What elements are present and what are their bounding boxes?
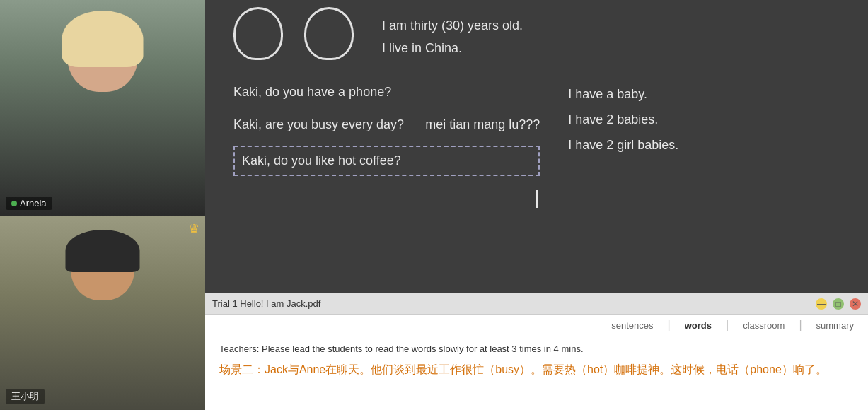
bottom-video-name: 王小明 xyxy=(6,389,45,404)
head-shape-2 xyxy=(304,7,354,60)
pdf-title: Trial 1 Hello! I am Jack.pdf xyxy=(212,298,320,309)
minimize-button[interactable]: — xyxy=(816,298,827,310)
pdf-controls[interactable]: — □ ✕ xyxy=(816,298,861,310)
nav-classroom[interactable]: classroom xyxy=(743,320,785,331)
questions-left: Kaki, do you have a phone? Kaki, are you… xyxy=(233,81,540,176)
question-1: Kaki, do you have a phone? xyxy=(233,81,540,103)
crown-icon: ♛ xyxy=(188,221,199,237)
close-button[interactable]: ✕ xyxy=(850,298,861,310)
person-top-visual xyxy=(0,0,205,216)
instruction-underline-words: words xyxy=(412,344,436,354)
answer-1: I have a baby. xyxy=(568,81,678,107)
pdf-body: Teachers: Please lead the students to re… xyxy=(205,336,868,386)
head-shapes xyxy=(233,7,354,60)
chinese-aside-text: mei tian mang lu??? xyxy=(425,114,540,136)
head-shape-1 xyxy=(233,7,283,60)
person-bottom-visual xyxy=(0,216,205,410)
maximize-button[interactable]: □ xyxy=(833,298,844,310)
answer-2: I have 2 babies. xyxy=(568,107,678,132)
pdf-nav-bar: sentences | words | classroom | summary xyxy=(205,315,868,336)
top-line-2: I live in China. xyxy=(382,37,523,59)
mic-active-dot xyxy=(11,201,17,206)
answers-block: I have a baby. I have 2 babies. I have 2… xyxy=(568,81,678,158)
question-2: Kaki, are you busy every day? xyxy=(233,114,404,136)
main-slide-content: I am thirty (30) years old. I live in Ch… xyxy=(205,0,868,293)
video-top: Arnela xyxy=(0,0,205,216)
questions-section: Kaki, do you have a phone? Kaki, are you… xyxy=(233,81,840,176)
top-row: I am thirty (30) years old. I live in Ch… xyxy=(233,14,840,60)
top-text-block: I am thirty (30) years old. I live in Ch… xyxy=(382,14,523,60)
answer-3: I have 2 girl babies. xyxy=(568,132,678,158)
pdf-chinese-content: 场景二：Jack与Anne在聊天。他们谈到最近工作很忙（busy）。需要热（ho… xyxy=(219,360,854,379)
text-cursor xyxy=(536,190,538,208)
top-video-name: Arnela xyxy=(20,198,47,209)
top-line-1: I am thirty (30) years old. xyxy=(382,14,523,37)
pdf-panel: Trial 1 Hello! I am Jack.pdf — □ ✕ sente… xyxy=(205,293,868,410)
cursor-area xyxy=(233,190,840,208)
instruction-underline-mins: 4 mins xyxy=(554,344,581,354)
pdf-titlebar: Trial 1 Hello! I am Jack.pdf — □ ✕ xyxy=(205,293,868,315)
slide-body: I am thirty (30) years old. I live in Ch… xyxy=(205,0,868,293)
video-panel: Arnela ♛ 王小明 xyxy=(0,0,205,410)
pdf-instruction: Teachers: Please lead the students to re… xyxy=(219,344,854,354)
video-bottom: ♛ 王小明 xyxy=(0,216,205,410)
top-video-name-badge: Arnela xyxy=(6,197,52,210)
nav-words[interactable]: words xyxy=(685,320,712,331)
nav-sentences[interactable]: sentences xyxy=(611,320,653,331)
question-3-highlighted: Kaki, do you like hot coffee? xyxy=(233,146,540,176)
nav-summary[interactable]: summary xyxy=(816,320,854,331)
